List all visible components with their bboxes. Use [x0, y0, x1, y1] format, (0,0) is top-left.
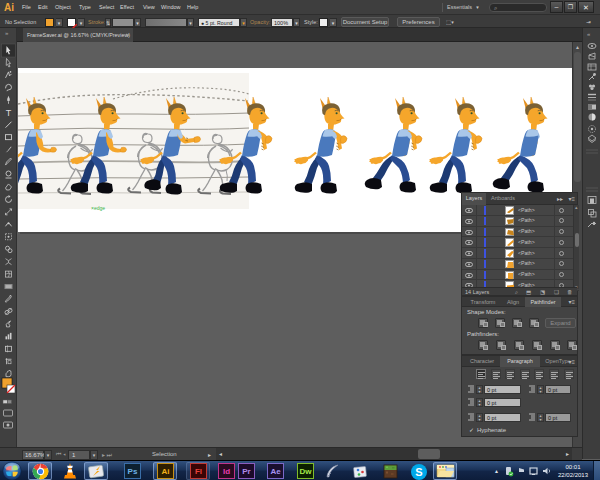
svg-text:«: «	[587, 31, 591, 37]
svg-text:×edge: ×edge	[91, 205, 105, 211]
svg-text:T: T	[6, 108, 12, 118]
svg-text:»: »	[5, 30, 9, 36]
svg-text:S: S	[415, 466, 422, 478]
